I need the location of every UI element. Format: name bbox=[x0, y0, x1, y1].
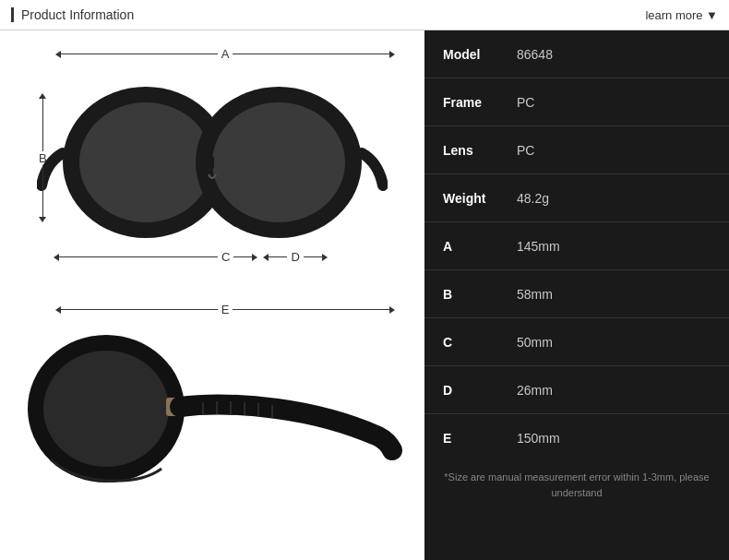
spec-label: Weight bbox=[443, 191, 517, 206]
spec-value: 58mm bbox=[517, 287, 553, 302]
dimension-c-label: C bbox=[218, 250, 233, 264]
learn-more-button[interactable]: learn more ▼ bbox=[645, 8, 718, 22]
right-panel: Model86648FramePCLensPCWeight48.2gA145mm… bbox=[424, 30, 729, 560]
svg-point-6 bbox=[43, 351, 169, 467]
spec-row: FramePC bbox=[424, 78, 729, 126]
side-view-image: E bbox=[18, 293, 406, 496]
spec-value: 150mm bbox=[517, 431, 560, 446]
spec-row: C50mm bbox=[424, 318, 729, 366]
svg-point-3 bbox=[212, 102, 345, 222]
spec-value: PC bbox=[517, 95, 534, 110]
spec-value: 145mm bbox=[517, 239, 560, 254]
spec-label: Model bbox=[443, 47, 517, 62]
dimension-cd-arrow: C D bbox=[54, 250, 378, 264]
spec-label: Frame bbox=[443, 95, 517, 110]
spec-table: Model86648FramePCLensPCWeight48.2gA145mm… bbox=[424, 30, 729, 462]
svg-rect-4 bbox=[210, 156, 214, 169]
spec-value: 50mm bbox=[517, 335, 553, 350]
spec-row: B58mm bbox=[424, 270, 729, 318]
sunglasses-svg bbox=[37, 66, 388, 268]
spec-label: A bbox=[443, 239, 517, 254]
dimension-a-label: A bbox=[218, 47, 233, 61]
spec-value: 86648 bbox=[517, 47, 553, 62]
spec-value: 26mm bbox=[517, 383, 553, 398]
page-title: Product Information bbox=[11, 7, 134, 22]
measurement-note: *Size are manual measurement error withi… bbox=[424, 462, 729, 507]
arrow-down-icon bbox=[39, 217, 46, 222]
left-panel: A B bbox=[0, 30, 424, 560]
dimension-a-arrow: A bbox=[55, 47, 395, 61]
dimension-b-arrow: B bbox=[39, 93, 47, 222]
spec-value: 48.2g bbox=[517, 191, 549, 206]
spec-row: A145mm bbox=[424, 222, 729, 270]
spec-label: D bbox=[443, 383, 517, 398]
dimension-e-arrow: E bbox=[55, 303, 395, 316]
dimension-d-label: D bbox=[287, 250, 303, 264]
spec-label: B bbox=[443, 287, 517, 302]
spec-row: E150mm bbox=[424, 414, 729, 462]
spec-row: Model86648 bbox=[424, 30, 729, 78]
front-view-image: A B bbox=[18, 40, 406, 289]
spec-row: D26mm bbox=[424, 366, 729, 414]
main-content: A B bbox=[0, 30, 729, 560]
sunglasses-front-svg-container: B bbox=[37, 66, 388, 268]
header: Product Information learn more ▼ bbox=[0, 0, 729, 30]
sunglasses-side-svg bbox=[18, 316, 406, 492]
spec-row: LensPC bbox=[424, 126, 729, 174]
spec-label: C bbox=[443, 335, 517, 350]
dimension-e-label: E bbox=[218, 303, 233, 316]
spec-row: Weight48.2g bbox=[424, 174, 729, 222]
dimension-b-label: B bbox=[39, 151, 47, 165]
spec-label: E bbox=[443, 431, 517, 446]
svg-point-1 bbox=[79, 102, 212, 222]
arrow-right-icon bbox=[389, 51, 395, 58]
spec-value: PC bbox=[517, 143, 534, 158]
spec-label: Lens bbox=[443, 143, 517, 158]
